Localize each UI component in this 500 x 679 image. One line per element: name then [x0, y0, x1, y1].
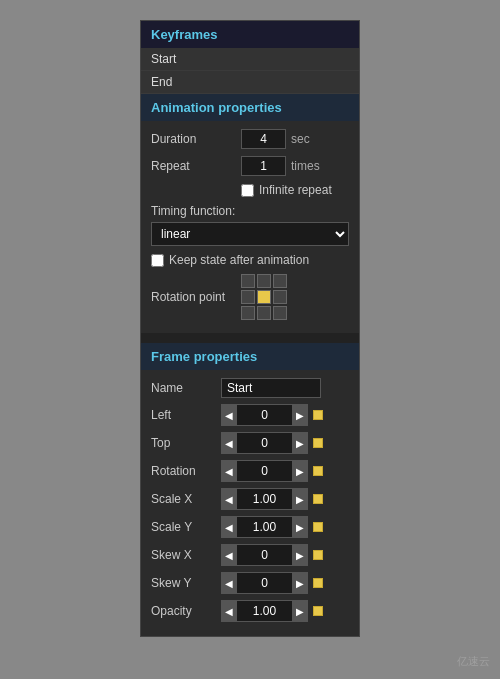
scale-x-decrement-btn[interactable]: ◀ [221, 488, 237, 510]
skew-x-input[interactable] [237, 544, 292, 566]
keep-state-label: Keep state after animation [169, 253, 309, 267]
scale-y-decrement-btn[interactable]: ◀ [221, 516, 237, 538]
frame-header: Frame properties [141, 343, 359, 370]
frame-properties: Name Left ◀ ▶ Top ◀ ▶ Rotation ◀ ▶ [141, 370, 359, 636]
skew-y-input[interactable] [237, 572, 292, 594]
main-panel: Keyframes Start End Animation properties… [140, 20, 360, 637]
animation-header: Animation properties [141, 94, 359, 121]
top-keyframe-dot[interactable] [313, 438, 323, 448]
frame-rotation-row: Rotation ◀ ▶ [151, 460, 349, 482]
infinite-repeat-label: Infinite repeat [259, 183, 332, 197]
rotation-dot-tc[interactable] [257, 274, 271, 288]
opacity-increment-btn[interactable]: ▶ [292, 600, 308, 622]
rotation-dot-mc[interactable] [257, 290, 271, 304]
frame-left-label: Left [151, 408, 221, 422]
keyframe-start[interactable]: Start [141, 48, 359, 71]
top-increment-btn[interactable]: ▶ [292, 432, 308, 454]
duration-row: Duration sec [151, 129, 349, 149]
left-keyframe-dot[interactable] [313, 410, 323, 420]
rotation-grid [241, 274, 287, 320]
frame-name-input[interactable] [221, 378, 321, 398]
top-input[interactable] [237, 432, 292, 454]
left-input[interactable] [237, 404, 292, 426]
repeat-row: Repeat times [151, 156, 349, 176]
watermark: 亿速云 [457, 654, 490, 669]
rotation-keyframe-dot[interactable] [313, 466, 323, 476]
opacity-decrement-btn[interactable]: ◀ [221, 600, 237, 622]
section-divider [141, 333, 359, 343]
scale-y-increment-btn[interactable]: ▶ [292, 516, 308, 538]
frame-name-label: Name [151, 381, 221, 395]
animation-properties: Duration sec Repeat times Infinite repea… [141, 121, 359, 333]
keyframe-end[interactable]: End [141, 71, 359, 94]
opacity-keyframe-dot[interactable] [313, 606, 323, 616]
repeat-label: Repeat [151, 159, 241, 173]
infinite-repeat-checkbox[interactable] [241, 184, 254, 197]
frame-scale-x-label: Scale X [151, 492, 221, 506]
scale-y-input[interactable] [237, 516, 292, 538]
infinite-repeat-row: Infinite repeat [241, 183, 349, 197]
frame-name-row: Name [151, 378, 349, 398]
rotation-decrement-btn[interactable]: ◀ [221, 460, 237, 482]
repeat-input[interactable] [241, 156, 286, 176]
rotation-dot-bc[interactable] [257, 306, 271, 320]
skew-y-decrement-btn[interactable]: ◀ [221, 572, 237, 594]
scale-x-increment-btn[interactable]: ▶ [292, 488, 308, 510]
rotation-dot-ml[interactable] [241, 290, 255, 304]
frame-scale-x-row: Scale X ◀ ▶ [151, 488, 349, 510]
scale-y-keyframe-dot[interactable] [313, 522, 323, 532]
skew-x-increment-btn[interactable]: ▶ [292, 544, 308, 566]
frame-top-row: Top ◀ ▶ [151, 432, 349, 454]
duration-label: Duration [151, 132, 241, 146]
opacity-input[interactable] [237, 600, 292, 622]
scale-x-input[interactable] [237, 488, 292, 510]
frame-skew-x-row: Skew X ◀ ▶ [151, 544, 349, 566]
rotation-dot-mr[interactable] [273, 290, 287, 304]
keep-state-checkbox[interactable] [151, 254, 164, 267]
rotation-dot-br[interactable] [273, 306, 287, 320]
skew-y-increment-btn[interactable]: ▶ [292, 572, 308, 594]
frame-top-label: Top [151, 436, 221, 450]
scale-x-keyframe-dot[interactable] [313, 494, 323, 504]
rotation-input[interactable] [237, 460, 292, 482]
frame-opacity-label: Opacity [151, 604, 221, 618]
rotation-dot-tl[interactable] [241, 274, 255, 288]
frame-skew-y-label: Skew Y [151, 576, 221, 590]
frame-rotation-label: Rotation [151, 464, 221, 478]
keep-state-row: Keep state after animation [151, 253, 349, 267]
top-decrement-btn[interactable]: ◀ [221, 432, 237, 454]
frame-skew-x-label: Skew X [151, 548, 221, 562]
duration-unit: sec [291, 132, 310, 146]
timing-function-label: Timing function: [151, 204, 349, 218]
frame-left-row: Left ◀ ▶ [151, 404, 349, 426]
repeat-unit: times [291, 159, 320, 173]
timing-function-select[interactable]: linear ease ease-in ease-out [151, 222, 349, 246]
frame-scale-y-row: Scale Y ◀ ▶ [151, 516, 349, 538]
duration-input[interactable] [241, 129, 286, 149]
skew-y-keyframe-dot[interactable] [313, 578, 323, 588]
rotation-dot-tr[interactable] [273, 274, 287, 288]
skew-x-keyframe-dot[interactable] [313, 550, 323, 560]
rotation-dot-bl[interactable] [241, 306, 255, 320]
frame-opacity-row: Opacity ◀ ▶ [151, 600, 349, 622]
left-increment-btn[interactable]: ▶ [292, 404, 308, 426]
rotation-point-label: Rotation point [151, 290, 241, 304]
frame-skew-y-row: Skew Y ◀ ▶ [151, 572, 349, 594]
rotation-increment-btn[interactable]: ▶ [292, 460, 308, 482]
frame-scale-y-label: Scale Y [151, 520, 221, 534]
left-decrement-btn[interactable]: ◀ [221, 404, 237, 426]
skew-x-decrement-btn[interactable]: ◀ [221, 544, 237, 566]
rotation-point-row: Rotation point [151, 274, 349, 320]
keyframes-header: Keyframes [141, 21, 359, 48]
